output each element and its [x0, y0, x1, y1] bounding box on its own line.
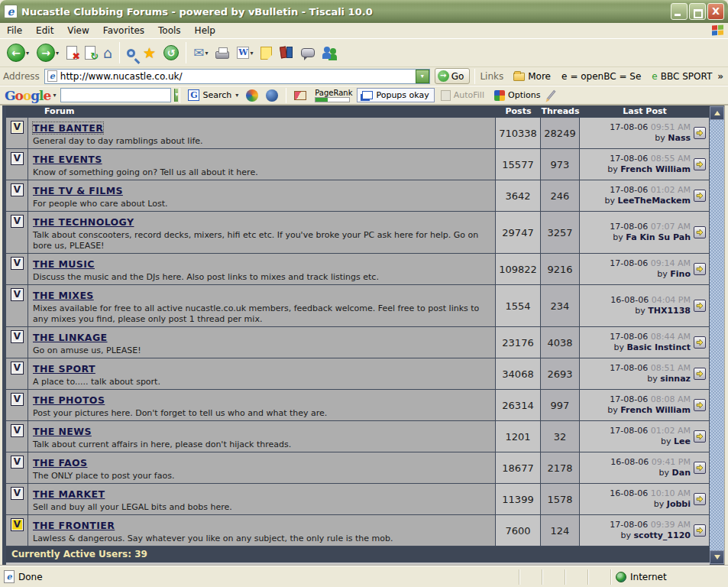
forum-link[interactable]: THE EVENTS — [33, 154, 102, 165]
back-dropdown[interactable]: ▾ — [26, 50, 29, 57]
goto-last-post-button[interactable] — [694, 158, 706, 170]
forum-link[interactable]: THE BANTER — [33, 122, 103, 134]
close-button[interactable]: X — [707, 3, 724, 20]
last-post-info: 17-08-06 08:55 AM by French William — [581, 154, 691, 175]
google-news-button[interactable] — [290, 89, 310, 102]
goto-last-post-button[interactable] — [694, 524, 706, 537]
forum-link[interactable]: THE SPORT — [33, 363, 95, 375]
favorites-button[interactable]: ★ — [139, 41, 160, 65]
address-input[interactable] — [60, 71, 416, 82]
autofill-button[interactable]: AutoFill — [435, 90, 490, 101]
forum-link[interactable]: THE LINKAGE — [33, 332, 108, 343]
google-earth-button[interactable] — [262, 88, 282, 103]
refresh-icon: ↻ — [85, 46, 95, 60]
forum-link[interactable]: THE PHOTOS — [33, 394, 105, 406]
last-post-date: 17-08-06 — [610, 332, 648, 342]
forum-posts-count: 26314 — [495, 390, 540, 420]
address-field[interactable]: e ▾ — [44, 69, 430, 84]
minimize-button[interactable] — [671, 3, 688, 20]
menu-favorites[interactable]: Favorites — [96, 24, 151, 37]
restore-button[interactable] — [689, 3, 706, 20]
home-button[interactable]: ⌂ — [99, 41, 116, 65]
google-search-dropdown[interactable]: ▾ — [174, 89, 178, 102]
forum-link[interactable]: THE MIXES — [33, 290, 94, 301]
search-button[interactable] — [123, 41, 139, 65]
google-search-box[interactable]: ▾ — [60, 88, 171, 102]
edit-dropdown[interactable]: ▾ — [250, 50, 253, 57]
forum-threads-count: 997 — [540, 390, 579, 420]
forum-description: The ONLY place to post your faos. — [33, 471, 492, 482]
stop-button[interactable]: ✖ — [63, 41, 81, 65]
forward-dropdown[interactable]: ▾ — [56, 50, 59, 57]
edit-with-word-button[interactable]: W▾ — [233, 41, 257, 65]
forum-link[interactable]: THE MARKET — [33, 488, 105, 500]
forward-button[interactable]: →▾ — [33, 41, 63, 65]
notes-button[interactable] — [257, 41, 276, 65]
forum-status-icon: V — [11, 183, 24, 196]
google-logo[interactable]: Google — [5, 88, 50, 103]
goto-last-post-button[interactable] — [694, 226, 706, 238]
goto-last-post-button[interactable] — [694, 462, 706, 474]
goto-last-post-button[interactable] — [694, 190, 706, 202]
goto-last-post-button[interactable] — [694, 493, 706, 505]
scroll-down-button[interactable] — [710, 550, 724, 564]
goto-last-post-button[interactable] — [694, 300, 706, 312]
research-button[interactable] — [276, 41, 297, 65]
mail-button[interactable]: ✉▾ — [189, 41, 212, 65]
goto-last-post-button[interactable] — [694, 399, 706, 411]
menu-view[interactable]: View — [60, 24, 95, 37]
toolbar-separator — [186, 42, 186, 63]
goto-last-post-button[interactable] — [694, 430, 706, 443]
link-bbc-sport[interactable]: eBBC SPORT — [646, 71, 717, 82]
google-search-input[interactable] — [61, 89, 174, 102]
last-post-date: 16-08-06 — [610, 295, 649, 305]
google-logo-dropdown[interactable]: ▾ — [53, 92, 56, 99]
forum-link[interactable]: THE FAOS — [33, 457, 88, 469]
back-button[interactable]: ←▾ — [3, 41, 33, 65]
goto-last-post-button[interactable] — [694, 127, 706, 139]
last-post-author: LeeTheMackem — [617, 196, 691, 206]
google-search-options-dropdown[interactable]: ▾ — [235, 92, 238, 99]
links-overflow-chevron[interactable]: » — [717, 71, 728, 82]
scroll-up-button[interactable] — [710, 106, 724, 120]
scrollbar-track[interactable] — [710, 120, 724, 550]
forum-status-icon: V — [11, 330, 24, 343]
go-button[interactable]: → Go — [435, 68, 471, 84]
menu-tools[interactable]: Tools — [151, 24, 188, 37]
goto-last-post-button[interactable] — [694, 263, 706, 275]
link-more[interactable]: More — [508, 71, 556, 82]
google-search-button[interactable]: G Search ▾ — [184, 88, 242, 102]
history-button[interactable]: ↺ — [160, 41, 183, 65]
window-right-border — [724, 105, 728, 566]
last-post-info: 17-08-06 09:14 AM by Fino — [581, 258, 691, 280]
highlighter-icon[interactable] — [547, 90, 556, 100]
vertical-scrollbar[interactable] — [710, 106, 724, 564]
refresh-button[interactable]: ↻ — [81, 41, 99, 65]
options-button[interactable]: Options — [490, 89, 544, 102]
links-label: Links — [480, 71, 508, 82]
popup-blocker-button[interactable]: Popups okay — [357, 88, 434, 102]
messenger-button[interactable] — [319, 41, 341, 65]
discuss-button[interactable] — [297, 41, 319, 65]
forum-link[interactable]: THE FRONTIER — [33, 520, 115, 531]
word-icon: W — [237, 47, 249, 59]
forum-link[interactable]: THE NEWS — [33, 426, 92, 437]
menu-edit[interactable]: Edit — [29, 24, 60, 37]
forum-posts-count: 34068 — [495, 358, 540, 389]
pagerank-indicator[interactable]: PageRank — [315, 89, 352, 102]
last-post-info: 17-08-06 08:51 AM by sinnaz — [581, 363, 691, 384]
mail-dropdown[interactable]: ▾ — [205, 50, 208, 57]
print-button[interactable] — [212, 41, 233, 65]
google-swirl-button[interactable] — [242, 88, 262, 103]
forum-link[interactable]: THE TV & FILMS — [33, 185, 123, 196]
forum-link[interactable]: THE TECHNOLOGY — [33, 216, 134, 228]
forum-status-icon: V — [11, 121, 24, 134]
forum-link[interactable]: THE MUSIC — [33, 258, 95, 270]
last-post-info: 17-08-06 09:39 AM by scotty_1120 — [581, 520, 691, 541]
address-dropdown-button[interactable]: ▾ — [416, 70, 429, 83]
link-openbc[interactable]: e= openBC = Se — [556, 71, 646, 82]
menu-help[interactable]: Help — [188, 24, 222, 37]
menu-file[interactable]: File — [0, 24, 29, 37]
goto-last-post-button[interactable] — [694, 336, 706, 349]
goto-last-post-button[interactable] — [694, 368, 706, 380]
